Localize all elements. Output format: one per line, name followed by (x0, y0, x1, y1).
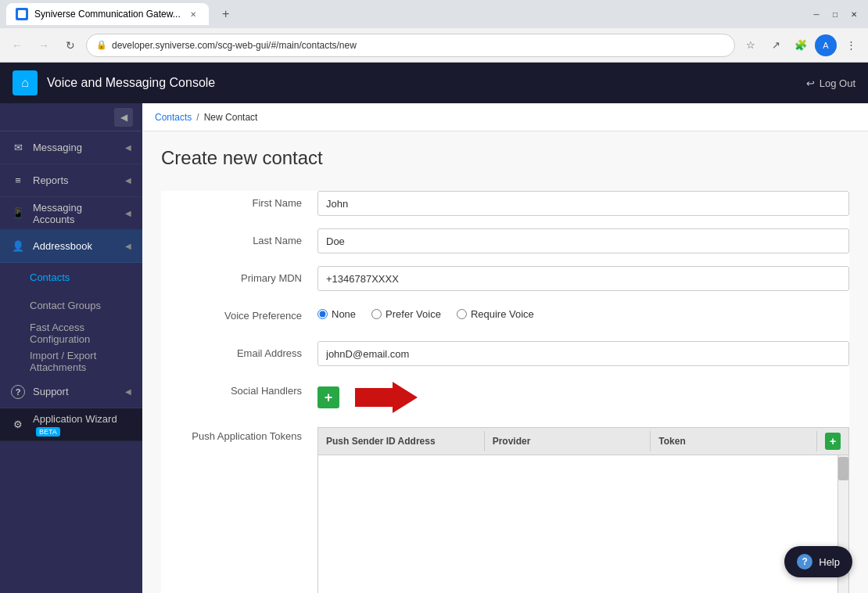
voice-option-prefer[interactable]: Prefer Voice (371, 308, 441, 320)
push-tokens-body (317, 455, 849, 593)
help-button[interactable]: ? Help (784, 546, 852, 577)
sidebar-item-application-wizard[interactable]: ⚙ Application Wizard BETA (0, 408, 142, 441)
messaging-arrow-icon: ◀ (125, 143, 131, 152)
close-button[interactable]: ✕ (846, 6, 862, 22)
reports-arrow-icon: ◀ (125, 176, 131, 185)
support-icon: ? (11, 385, 25, 399)
profile-button[interactable]: A (815, 34, 837, 56)
share-button[interactable]: ↗ (765, 34, 787, 56)
sidebar-collapse-button[interactable]: ◀ (114, 108, 133, 127)
scrollbar-thumb (838, 457, 848, 480)
logout-button[interactable]: ↩ Log Out (806, 77, 855, 89)
messaging-icon: ✉ (11, 141, 25, 155)
sidebar-item-messaging-accounts[interactable]: 📱 Messaging Accounts ◀ (0, 197, 142, 230)
logout-label: Log Out (820, 77, 855, 89)
window-controls: ─ □ ✕ (809, 6, 862, 22)
voice-require-label: Require Voice (471, 308, 534, 320)
bookmark-star-button[interactable]: ☆ (740, 34, 762, 56)
help-icon: ? (797, 554, 812, 570)
contacts-sub-label: Contacts (30, 271, 70, 283)
support-arrow-icon: ◀ (125, 387, 131, 396)
sidebar-toggle-area: ◀ (0, 103, 142, 131)
profile-avatar: A (815, 34, 837, 56)
back-button[interactable]: ← (6, 34, 28, 56)
push-tokens-table: Push Sender ID Address Provider Token + (317, 427, 849, 593)
sidebar-sub-item-fast-access[interactable]: Fast Access Configuration (0, 319, 142, 347)
email-control (317, 341, 849, 366)
minimize-button[interactable]: ─ (809, 6, 824, 22)
add-push-token-button[interactable]: + (825, 433, 841, 450)
import-export-sub-label: Import / Export Attachments (30, 350, 131, 373)
tab-favicon (16, 8, 28, 20)
page-title: Create new contact (161, 147, 849, 169)
social-handlers-controls: + (317, 379, 849, 413)
last-name-input[interactable] (317, 228, 849, 253)
voice-prefer-label: Prefer Voice (386, 308, 441, 320)
social-handlers-control: + (317, 379, 849, 413)
breadcrumb: Contacts / New Contact (142, 103, 868, 131)
first-name-label: First Name (161, 191, 317, 209)
addressbook-icon: 👤 (11, 239, 25, 253)
addressbook-arrow-icon: ◀ (125, 242, 131, 250)
help-label: Help (819, 556, 840, 568)
menu-button[interactable]: ⋮ (840, 34, 862, 56)
voice-preference-label: Voice Preference (161, 304, 317, 322)
voice-radio-none[interactable] (317, 309, 328, 319)
refresh-button[interactable]: ↻ (59, 34, 81, 56)
app-header: ⌂ Voice and Messaging Console ↩ Log Out (0, 63, 868, 103)
email-row: Email Address (161, 341, 849, 368)
primary-mdn-label: Primary MDN (161, 266, 317, 284)
primary-mdn-control (317, 266, 849, 291)
voice-radio-require[interactable] (457, 309, 467, 319)
token-header: Token (651, 431, 817, 451)
home-button[interactable]: ⌂ (13, 70, 38, 95)
last-name-row: Last Name (161, 228, 849, 255)
lock-icon: 🔒 (96, 40, 107, 50)
breadcrumb-parent-link[interactable]: Contacts (155, 112, 192, 123)
add-social-handler-button[interactable]: + (317, 386, 339, 408)
voice-option-none[interactable]: None (317, 308, 356, 320)
maximize-button[interactable]: □ (827, 6, 843, 22)
push-tokens-label: Push Application Tokens (161, 424, 317, 442)
first-name-row: First Name (161, 191, 849, 217)
browser-tab[interactable]: Syniverse Communication Gatew... ✕ (6, 3, 209, 25)
first-name-input[interactable] (317, 191, 849, 216)
contact-groups-sub-label: Contact Groups (30, 300, 101, 311)
voice-radio-prefer[interactable] (371, 309, 382, 319)
push-sender-id-header: Push Sender ID Address (318, 431, 485, 451)
email-label: Email Address (161, 341, 317, 359)
voice-option-require[interactable]: Require Voice (457, 308, 534, 320)
home-icon: ⌂ (21, 76, 29, 90)
sidebar-item-messaging[interactable]: ✉ Messaging ◀ (0, 131, 142, 164)
sidebar-sub-item-contact-groups[interactable]: Contact Groups (0, 291, 142, 319)
app-body: ◀ ✉ Messaging ◀ ≡ Reports ◀ 📱 Messaging … (0, 103, 868, 593)
content-area: Create new contact First Name Last Name (142, 131, 868, 593)
sidebar-item-support[interactable]: ? Support ◀ (0, 376, 142, 408)
email-input[interactable] (317, 341, 849, 366)
primary-mdn-input[interactable] (317, 266, 849, 291)
reports-icon: ≡ (11, 174, 25, 188)
sidebar-sub-item-import-export[interactable]: Import / Export Attachments (0, 347, 142, 376)
last-name-control (317, 228, 849, 253)
messaging-accounts-arrow-icon: ◀ (125, 209, 131, 217)
extensions-button[interactable]: 🧩 (790, 34, 812, 56)
tab-title: Syniverse Communication Gatew... (34, 9, 181, 20)
app-container: ⌂ Voice and Messaging Console ↩ Log Out … (0, 63, 868, 593)
new-tab-button[interactable]: + (215, 3, 237, 25)
tab-close-button[interactable]: ✕ (187, 8, 199, 20)
logout-icon: ↩ (806, 77, 815, 89)
sidebar-item-reports[interactable]: ≡ Reports ◀ (0, 164, 142, 197)
arrow-indicator (349, 382, 418, 413)
last-name-label: Last Name (161, 228, 317, 246)
address-text: developer.syniverse.com/scg-web-gui/#/ma… (112, 40, 725, 51)
sidebar-item-addressbook[interactable]: 👤 Addressbook ◀ (0, 230, 142, 263)
address-bar[interactable]: 🔒 developer.syniverse.com/scg-web-gui/#/… (86, 34, 735, 57)
red-arrow-icon (355, 382, 418, 413)
sidebar: ◀ ✉ Messaging ◀ ≡ Reports ◀ 📱 Messaging … (0, 103, 142, 593)
voice-preference-row: Voice Preference None Prefer (161, 304, 849, 330)
sidebar-sub-item-contacts[interactable]: Contacts (0, 263, 142, 291)
main-content: Contacts / New Contact Create new contac… (142, 103, 868, 593)
forward-button[interactable]: → (33, 34, 55, 56)
breadcrumb-current-page: New Contact (204, 112, 258, 123)
wizard-label: Application Wizard (33, 413, 117, 425)
